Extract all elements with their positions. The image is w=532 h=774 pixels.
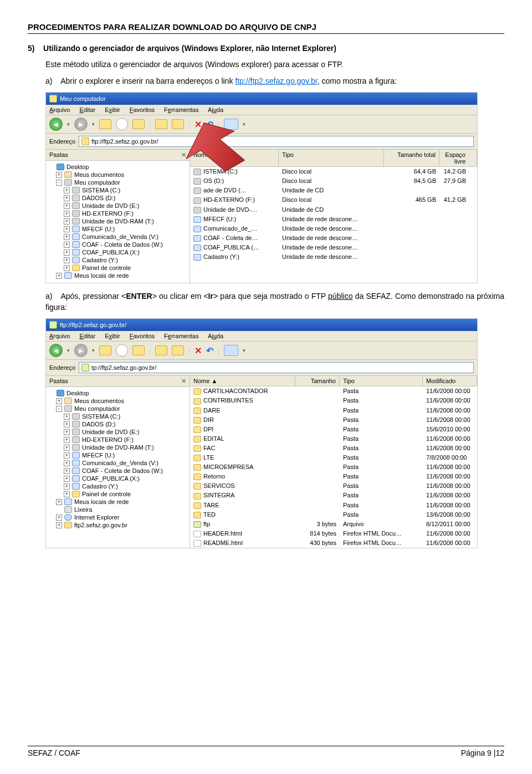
search-icon[interactable] bbox=[116, 118, 128, 130]
up-folder-icon[interactable] bbox=[99, 119, 111, 129]
menu-favoritos[interactable]: Favoritos bbox=[130, 333, 155, 339]
list-row[interactable]: HEADER.html814 bytesFirefox HTML Docu…11… bbox=[190, 529, 477, 538]
expand-icon[interactable]: + bbox=[56, 273, 62, 279]
expand-icon[interactable]: + bbox=[64, 452, 70, 459]
tree-item[interactable]: +DADOS (D:) bbox=[48, 420, 187, 428]
col-modified[interactable]: Modificado bbox=[423, 376, 477, 386]
tree-item[interactable]: +Cadastro (Y:) bbox=[48, 482, 187, 490]
col-size[interactable]: Tamanho total bbox=[384, 150, 439, 166]
expand-icon[interactable]: + bbox=[64, 429, 70, 435]
expand-icon[interactable]: + bbox=[56, 398, 62, 404]
views-dropdown-icon[interactable]: ▾ bbox=[243, 121, 245, 127]
menu-ferramentas[interactable]: Ferramentas bbox=[164, 333, 198, 339]
list-row[interactable]: ftp3 bytesArquivo8/12/2011 00:00 bbox=[190, 520, 477, 529]
up-folder-icon[interactable] bbox=[99, 345, 111, 355]
views-dropdown-icon[interactable]: ▾ bbox=[243, 348, 245, 353]
tree-item[interactable]: +Meus documentos bbox=[48, 397, 187, 405]
forward-button[interactable]: ► bbox=[74, 118, 88, 131]
delete-icon[interactable]: ✕ bbox=[195, 119, 202, 130]
list-row[interactable]: COAF_PUBLICA (…Unidade de rede descone… bbox=[190, 243, 477, 252]
list-row[interactable]: ade de DVD (…Unidade de CD bbox=[190, 186, 477, 195]
tree-item[interactable]: +Meus documentos bbox=[48, 171, 187, 179]
list-row[interactable]: DAREPasta11/6/2008 00:00 bbox=[190, 406, 477, 415]
views-icon[interactable] bbox=[224, 345, 238, 356]
expand-icon[interactable]: + bbox=[56, 515, 62, 521]
folders-icon[interactable] bbox=[132, 119, 145, 129]
tree-item[interactable]: +MFECF (U:) bbox=[48, 451, 187, 459]
tree-item[interactable]: -Meu computador bbox=[48, 179, 187, 186]
tree-item[interactable]: +Painel de controle bbox=[48, 490, 187, 498]
list-row[interactable]: RetornoPasta11/6/2008 00:00 bbox=[190, 472, 477, 481]
col-name[interactable]: Nome ▲ bbox=[190, 376, 295, 386]
tree-item[interactable]: +HD-EXTERNO (F:) bbox=[48, 436, 187, 444]
tree-item[interactable]: +Comunicado_de_Venda (V:) bbox=[48, 459, 187, 467]
move-icon[interactable] bbox=[155, 119, 167, 129]
expand-icon[interactable]: + bbox=[64, 414, 70, 420]
expand-icon[interactable]: + bbox=[64, 211, 70, 217]
tree-item[interactable]: +COAF - Coleta de Dados (W:) bbox=[48, 467, 187, 475]
menu-exibir[interactable]: Exibir bbox=[105, 106, 120, 113]
tree-item[interactable]: +Painel de controle bbox=[48, 264, 187, 272]
move-icon[interactable] bbox=[155, 345, 167, 355]
menu-editar[interactable]: Editar bbox=[79, 106, 95, 113]
tree-item[interactable]: +Unidade de DVD-RAM (T:) bbox=[48, 444, 187, 451]
delete-icon[interactable]: ✕ bbox=[195, 345, 202, 356]
expand-icon[interactable]: + bbox=[64, 483, 70, 490]
menu-arquivo[interactable]: Arquivo bbox=[49, 333, 70, 339]
list-row[interactable]: CONTRIBUINTESPasta11/6/2008 00:00 bbox=[190, 396, 477, 405]
expand-icon[interactable]: + bbox=[64, 187, 70, 194]
col-type[interactable]: Tipo bbox=[279, 150, 384, 166]
tree-item[interactable]: +COAF - Coleta de Dados (W:) bbox=[48, 241, 187, 248]
undo-icon[interactable]: ↶ bbox=[206, 119, 213, 130]
tree-item[interactable]: +ftp2.sefaz.go.gov.br bbox=[48, 521, 187, 529]
list-row[interactable]: Cadastro (Y:)Unidade de rede descone… bbox=[190, 252, 477, 262]
expand-icon[interactable]: + bbox=[64, 421, 70, 427]
back-button[interactable]: ◄ bbox=[49, 344, 63, 357]
expand-icon[interactable]: + bbox=[64, 476, 70, 482]
menu-arquivo[interactable]: AArquivorquivo bbox=[49, 106, 70, 113]
menu-ajuda[interactable]: Ajuda bbox=[208, 333, 223, 339]
tree-item[interactable]: +Unidade de DVD-RAM (T:) bbox=[48, 217, 187, 225]
undo-icon[interactable]: ↶ bbox=[206, 345, 213, 356]
tree-item[interactable]: +Internet Explorer bbox=[48, 513, 187, 521]
back-button[interactable]: ◄ bbox=[49, 118, 63, 131]
list-row[interactable]: LTEPasta7/8/2008 00:00 bbox=[190, 453, 477, 462]
views-icon[interactable] bbox=[224, 119, 238, 130]
list-row[interactable]: COAF - Coleta de…Unidade de rede descone… bbox=[190, 233, 477, 243]
list-row[interactable]: Unidade de DVD-…Unidade de CD bbox=[190, 205, 477, 215]
expand-icon[interactable]: + bbox=[64, 460, 70, 466]
list-row[interactable]: MICROEMPRESAPasta11/6/2008 00:00 bbox=[190, 462, 477, 472]
copy-icon[interactable] bbox=[172, 345, 184, 355]
expand-icon[interactable]: + bbox=[64, 437, 70, 443]
col-free[interactable]: Espaço livre bbox=[439, 150, 477, 166]
expand-icon[interactable]: + bbox=[56, 172, 62, 178]
tree-item[interactable]: +COAF_PUBLICA (X:) bbox=[48, 248, 187, 256]
list-row[interactable]: CARTILHACONTADORPasta11/6/2008 00:00 bbox=[190, 386, 477, 396]
back-dropdown-icon[interactable]: ▾ bbox=[67, 121, 70, 127]
list-row[interactable]: HD-EXTERNO (F:)Disco local465 GB41,2 GB bbox=[190, 195, 477, 205]
tree-item[interactable]: +SISTEMA (C:) bbox=[48, 186, 187, 194]
tree-item[interactable]: +MFECF (U:) bbox=[48, 225, 187, 233]
list-row[interactable]: MFECF (U:)Unidade de rede descone… bbox=[190, 215, 477, 224]
tree-item[interactable]: Desktop bbox=[48, 389, 187, 397]
address-field[interactable]: ftp://ftp2.sefaz.go.gov.br/ bbox=[79, 136, 474, 147]
col-name[interactable]: Nome ▲ bbox=[190, 150, 279, 166]
close-tree-icon[interactable]: ✕ bbox=[181, 378, 186, 385]
list-row[interactable]: OS (D:)Disco local84,5 GB27,9 GB bbox=[190, 176, 477, 186]
expand-icon[interactable]: + bbox=[56, 522, 62, 528]
tree-item[interactable]: +DADOS (D:) bbox=[48, 194, 187, 202]
tree-item[interactable]: -Meu computador bbox=[48, 405, 187, 413]
copy-icon[interactable] bbox=[172, 119, 184, 129]
expand-icon[interactable]: + bbox=[64, 234, 70, 240]
expand-icon[interactable]: + bbox=[64, 226, 70, 232]
expand-icon[interactable]: + bbox=[64, 445, 70, 451]
list-row[interactable]: FACPasta11/6/2008 00:00 bbox=[190, 444, 477, 453]
tree-item[interactable]: +Meus locais de rede bbox=[48, 272, 187, 279]
fwd-dropdown-icon[interactable]: ▾ bbox=[92, 121, 95, 127]
tree-item[interactable]: +Unidade de DVD (E:) bbox=[48, 428, 187, 436]
list-row[interactable]: TEDPasta13/6/2008 00:00 bbox=[190, 510, 477, 520]
list-row[interactable]: SERVICOSPasta11/6/2008 00:00 bbox=[190, 481, 477, 491]
expand-icon[interactable]: + bbox=[64, 242, 70, 248]
list-row[interactable]: ISTEMA (C:)Disco local64,4 GB14,2 GB bbox=[190, 167, 477, 176]
ftp-link[interactable]: ftp://ftp2.sefaz.go.gov.br bbox=[235, 77, 317, 85]
